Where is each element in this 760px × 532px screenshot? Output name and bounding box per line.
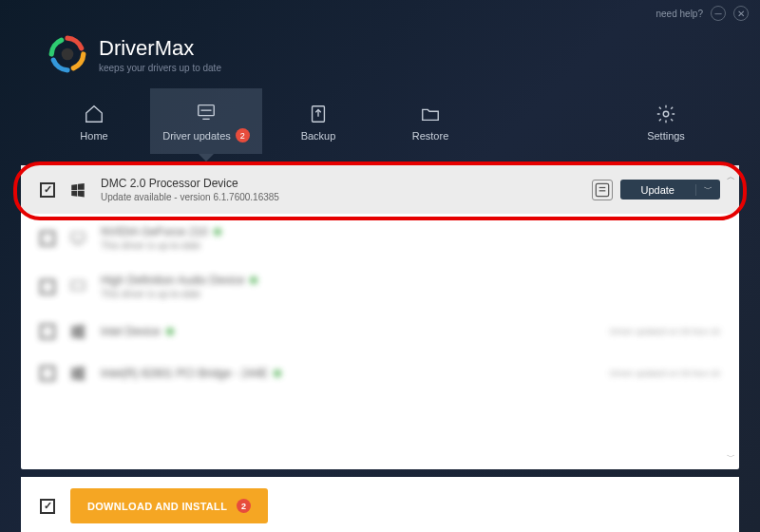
monitor-icon xyxy=(68,229,87,248)
svg-point-6 xyxy=(663,111,669,117)
windows-icon xyxy=(68,322,87,341)
driver-name: NVIDIA GeForce 210 xyxy=(101,225,720,238)
folder-icon xyxy=(420,104,441,124)
driver-name: DMC 2.0 Processor Device xyxy=(101,177,579,190)
home-icon xyxy=(84,104,104,124)
footer-bar: DOWNLOAD AND INSTALL 2 xyxy=(21,477,739,532)
driver-list: DMC 2.0 Processor Device Update availabl… xyxy=(21,165,739,469)
chevron-down-icon[interactable]: ﹀ xyxy=(696,183,720,196)
driver-row[interactable]: NVIDIA GeForce 210 This driver is up-to-… xyxy=(21,214,739,262)
nav-driver-updates[interactable]: Driver updates2 xyxy=(150,88,262,154)
driver-name: High Definition Audio Device xyxy=(101,274,720,287)
windows-icon xyxy=(68,180,87,200)
audio-icon xyxy=(68,277,87,296)
svg-point-0 xyxy=(62,48,74,61)
nav-home[interactable]: Home xyxy=(38,88,150,154)
svg-rect-7 xyxy=(596,183,608,196)
select-all-checkbox[interactable] xyxy=(40,499,55,514)
close-button[interactable]: ✕ xyxy=(733,6,749,21)
app-title: DriverMax xyxy=(99,36,221,61)
row-checkbox[interactable] xyxy=(40,279,55,294)
app-logo-icon xyxy=(48,34,87,74)
app-header: DriverMax keeps your drivers up to date xyxy=(0,27,760,88)
scroll-down-icon[interactable]: ﹀ xyxy=(727,451,735,464)
driver-name: Intel(R) 82801 PCI Bridge - 244E xyxy=(101,367,597,380)
scroll-up-icon[interactable]: ︿ xyxy=(727,171,735,183)
nav-backup[interactable]: Backup xyxy=(262,88,374,154)
need-help-link[interactable]: need help? xyxy=(656,9,704,19)
row-checkbox[interactable] xyxy=(40,182,55,198)
download-badge: 2 xyxy=(237,499,251,513)
nav-settings[interactable]: Settings xyxy=(610,88,722,154)
svg-rect-12 xyxy=(71,281,85,290)
backup-icon xyxy=(308,104,329,124)
status-ok-icon xyxy=(250,276,257,284)
status-ok-icon xyxy=(214,228,221,236)
nav-updates-label: Driver updates2 xyxy=(162,128,250,142)
update-button[interactable]: Update﹀ xyxy=(620,180,720,200)
minimize-button[interactable]: ─ xyxy=(711,6,726,21)
driver-updated-date: Driver updated on 03-Nov-16 xyxy=(610,327,720,336)
row-checkbox[interactable] xyxy=(40,366,55,381)
status-ok-icon xyxy=(274,370,281,377)
driver-updated-date: Driver updated on 03-Nov-16 xyxy=(610,369,720,378)
nav-home-label: Home xyxy=(80,130,107,142)
monitor-icon xyxy=(196,102,217,123)
scrollbar[interactable]: ︿﹀ xyxy=(724,171,737,464)
download-install-button[interactable]: DOWNLOAD AND INSTALL 2 xyxy=(70,488,268,523)
nav-restore[interactable]: Restore xyxy=(374,88,486,154)
svg-rect-10 xyxy=(71,233,85,241)
driver-name: Intel Device xyxy=(101,325,597,338)
updates-badge: 2 xyxy=(236,128,250,142)
driver-row[interactable]: Intel(R) 82801 PCI Bridge - 244E Driver … xyxy=(21,352,739,394)
driver-row[interactable]: Intel Device Driver updated on 03-Nov-16 xyxy=(21,311,739,352)
windows-icon xyxy=(68,364,87,383)
details-icon[interactable] xyxy=(592,180,613,200)
row-checkbox[interactable] xyxy=(40,231,55,246)
driver-status: This driver is up-to-date xyxy=(101,240,720,251)
nav-settings-label: Settings xyxy=(647,130,685,142)
driver-status: Update available - version 6.1.7600.1638… xyxy=(101,192,579,202)
app-subtitle: keeps your drivers up to date xyxy=(99,63,221,73)
driver-status: This driver is up-to-date xyxy=(101,289,720,299)
nav-backup-label: Backup xyxy=(301,130,336,142)
status-ok-icon xyxy=(166,328,174,335)
nav-restore-label: Restore xyxy=(412,130,449,142)
row-checkbox[interactable] xyxy=(40,324,55,339)
main-nav: Home Driver updates2 Backup Restore Sett… xyxy=(0,88,760,154)
gear-icon xyxy=(656,104,676,124)
driver-row[interactable]: DMC 2.0 Processor Device Update availabl… xyxy=(21,165,739,214)
driver-row[interactable]: High Definition Audio Device This driver… xyxy=(21,262,739,311)
